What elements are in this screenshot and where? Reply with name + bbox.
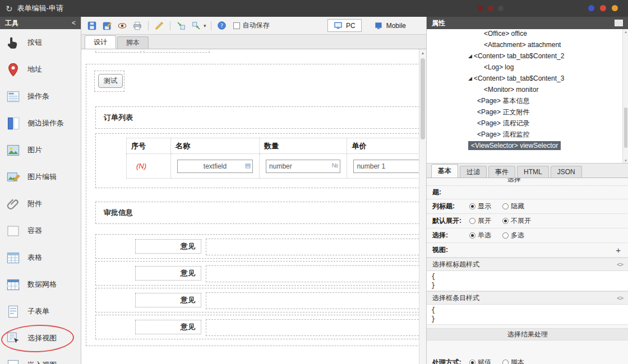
radio-expand[interactable]: 展开 bbox=[469, 216, 491, 226]
opinion-row-widget[interactable]: 意见 bbox=[95, 315, 419, 339]
tree-item-content-3[interactable]: ◢<Content> tab_tab$Content_3 bbox=[427, 73, 628, 84]
export-button[interactable] bbox=[190, 20, 202, 32]
tab-script[interactable]: 脚本 bbox=[117, 36, 149, 49]
grid-cell-name[interactable]: textfield ▤ bbox=[170, 154, 259, 179]
save-as-button[interactable] bbox=[101, 20, 113, 32]
code-icon[interactable]: <> bbox=[617, 261, 623, 268]
test-button-widget[interactable]: 测试 bbox=[94, 71, 124, 92]
prop-tab-html[interactable]: HTML bbox=[517, 166, 549, 178]
tool-item-attachment[interactable]: 附件 bbox=[0, 190, 81, 217]
tree-scrollbar-thumb[interactable] bbox=[624, 108, 627, 148]
autosave-toggle[interactable]: 自动保存 bbox=[233, 21, 270, 30]
grid-header-quantity[interactable]: 数量 bbox=[260, 138, 347, 154]
opinion-row-widget[interactable]: 意见 bbox=[95, 288, 419, 312]
device-mobile-button[interactable]: Mobile bbox=[368, 20, 412, 31]
tree-item-page-body-attachment[interactable]: <Page> 正文附件 bbox=[427, 106, 628, 118]
number-widget[interactable]: number № bbox=[266, 160, 340, 173]
tree-item-view-selector[interactable]: <ViewSelector> viewSelector bbox=[427, 140, 628, 151]
radio-show[interactable]: 显示 bbox=[469, 202, 491, 211]
grid-cell-quantity[interactable]: number № bbox=[260, 154, 347, 179]
help-button[interactable]: ? bbox=[216, 20, 228, 32]
opinion-row-widget[interactable]: 意见 bbox=[95, 261, 419, 286]
radio-multi-select[interactable]: 多选 bbox=[502, 231, 524, 240]
grid-cell-serial[interactable]: (N) bbox=[127, 154, 171, 179]
number1-widget[interactable]: number 1 bbox=[353, 160, 419, 173]
item-style-code-editor[interactable]: { } bbox=[427, 305, 628, 325]
save-button[interactable] bbox=[86, 20, 98, 32]
grid-header-unit-price[interactable]: 单价 bbox=[347, 138, 426, 154]
tree-item-page-process-monitor[interactable]: <Page> 流程监控 bbox=[427, 129, 628, 140]
grid-cell-unit-price[interactable]: number 1 bbox=[347, 154, 426, 179]
canvas-scrollbar-thumb[interactable] bbox=[421, 58, 425, 139]
design-canvas[interactable]: 测试 订单列表 序号 名称 数量 单价 (N) textfield bbox=[81, 49, 426, 364]
tool-item-table[interactable]: 表格 bbox=[0, 244, 81, 271]
window-control-icon[interactable] bbox=[612, 5, 618, 11]
grid-header-name[interactable]: 名称 bbox=[170, 138, 259, 154]
grid-header-serial[interactable]: 序号 bbox=[127, 138, 171, 154]
preview-button[interactable] bbox=[116, 20, 128, 32]
scroll-up-icon[interactable]: ▲ bbox=[623, 30, 628, 34]
opinion-field[interactable] bbox=[206, 319, 426, 336]
scroll-down-icon[interactable]: ▼ bbox=[623, 159, 628, 162]
tool-item-action-bar[interactable]: 操作条 bbox=[0, 83, 81, 110]
tree-expand-icon[interactable]: ◢ bbox=[468, 50, 472, 62]
tool-item-data-grid[interactable]: 数据网格 bbox=[0, 271, 81, 298]
sidebar-collapse-button[interactable]: < bbox=[72, 19, 76, 27]
radio-no-expand[interactable]: 不展开 bbox=[502, 216, 531, 226]
radio-hide[interactable]: 隐藏 bbox=[502, 202, 524, 211]
prop-tab-json[interactable]: JSON bbox=[551, 166, 582, 178]
radio-assign-value[interactable]: 赋值 bbox=[469, 358, 491, 364]
tree-item-content-2[interactable]: ◢<Content> tab_tab$Content_2 bbox=[427, 50, 628, 62]
tree-item-page-basic-info[interactable]: <Page> 基本信息 bbox=[427, 95, 628, 106]
export-caret-icon[interactable]: ▾ bbox=[204, 23, 206, 29]
code-icon[interactable]: <> bbox=[617, 295, 623, 301]
approval-section-widget[interactable]: 审批信息 bbox=[95, 202, 419, 224]
scroll-up-icon[interactable]: ▲ bbox=[419, 51, 426, 55]
device-pc-button[interactable]: PC bbox=[327, 19, 362, 32]
tree-expand-icon[interactable]: ◢ bbox=[468, 73, 472, 84]
tree-item-monitor[interactable]: <Monitor> monitor bbox=[427, 84, 628, 95]
item-style-section-header[interactable]: 选择框条目样式 <> bbox=[427, 291, 628, 305]
autosave-checkbox[interactable] bbox=[233, 22, 240, 29]
tree-item-log[interactable]: <Log> log bbox=[427, 62, 628, 73]
tool-item-button[interactable]: 按钮 bbox=[0, 29, 81, 56]
tool-item-embed-view[interactable]: 嵌入视图 bbox=[0, 352, 81, 364]
tool-item-image[interactable]: 图片 bbox=[0, 137, 81, 164]
tree-scrollbar[interactable]: ▲ ▼ bbox=[622, 29, 628, 164]
test-button[interactable]: 测试 bbox=[98, 74, 123, 88]
tree-item-office[interactable]: <Office> office bbox=[427, 29, 628, 39]
title-style-section-header[interactable]: 选择框标题样式 <> bbox=[427, 258, 628, 271]
tree-item-attachment[interactable]: <Attachment> attachment bbox=[427, 39, 628, 50]
order-section-widget[interactable]: 订单列表 bbox=[95, 106, 419, 129]
title-style-code-editor[interactable]: { } bbox=[427, 271, 628, 291]
panel-toggle-icon[interactable] bbox=[615, 20, 623, 26]
opinion-row-widget[interactable]: 意见 bbox=[95, 234, 419, 259]
tree-item-page-process-record[interactable]: <Page> 流程记录 bbox=[427, 118, 628, 129]
import-button[interactable] bbox=[175, 20, 187, 32]
opinion-field[interactable] bbox=[206, 265, 426, 282]
canvas-scrollbar[interactable]: ▲ bbox=[419, 49, 426, 364]
window-control-icon[interactable] bbox=[600, 5, 606, 11]
clipped-widget-outline[interactable] bbox=[95, 49, 141, 53]
textfield-widget[interactable]: textfield ▤ bbox=[177, 160, 253, 173]
clipped-widget-outline[interactable] bbox=[144, 49, 210, 53]
prop-tab-filter[interactable]: 过滤 bbox=[460, 166, 487, 178]
tool-item-container[interactable]: 容器 bbox=[0, 217, 81, 244]
print-button[interactable] bbox=[131, 20, 144, 32]
tool-item-side-action-bar[interactable]: 侧边操作条 bbox=[0, 110, 81, 137]
tool-item-image-edit[interactable]: 图片编辑 bbox=[0, 164, 81, 190]
tool-item-subform[interactable]: 子表单 bbox=[0, 298, 81, 325]
prop-tab-basic[interactable]: 基本 bbox=[431, 164, 458, 178]
opinion-field[interactable] bbox=[206, 239, 426, 255]
edit-style-button[interactable] bbox=[153, 20, 165, 32]
tool-item-address[interactable]: 地址 bbox=[0, 56, 81, 83]
tool-item-view-selector[interactable]: 选择视图 bbox=[0, 325, 81, 352]
radio-single-select[interactable]: 单选 bbox=[469, 231, 491, 240]
order-grid[interactable]: 序号 名称 数量 单价 (N) textfield ▤ bbox=[126, 138, 426, 179]
prop-tab-events[interactable]: 事件 bbox=[488, 166, 515, 178]
add-view-button[interactable]: + bbox=[616, 246, 621, 254]
window-control-icon[interactable] bbox=[588, 5, 594, 11]
tab-design[interactable]: 设计 bbox=[85, 35, 116, 49]
radio-script[interactable]: 脚本 bbox=[502, 358, 524, 364]
opinion-field[interactable] bbox=[206, 292, 426, 309]
